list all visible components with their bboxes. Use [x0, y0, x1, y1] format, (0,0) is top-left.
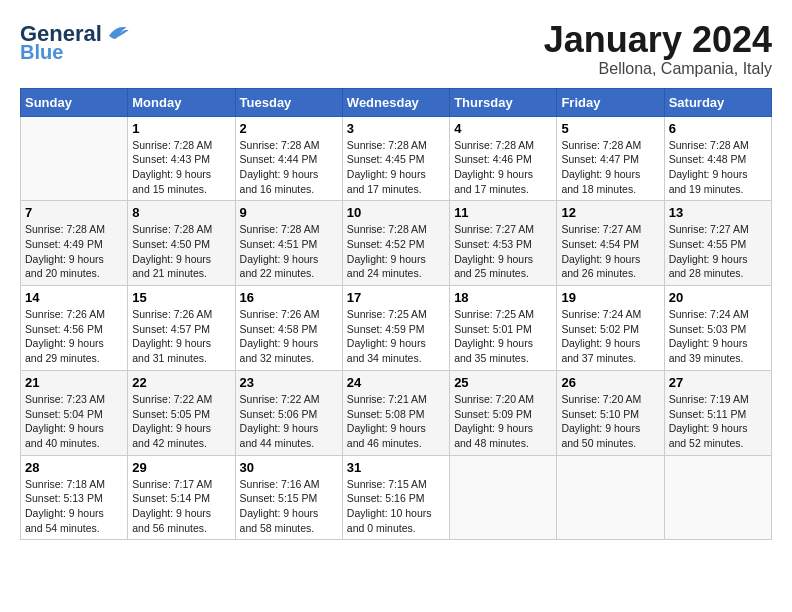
day-number: 14: [25, 290, 123, 305]
logo-blue: Blue: [20, 42, 63, 62]
day-info: Sunrise: 7:28 AMSunset: 4:44 PMDaylight:…: [240, 138, 338, 197]
day-info: Sunrise: 7:28 AMSunset: 4:50 PMDaylight:…: [132, 222, 230, 281]
day-info: Sunrise: 7:22 AMSunset: 5:06 PMDaylight:…: [240, 392, 338, 451]
calendar-cell: 9Sunrise: 7:28 AMSunset: 4:51 PMDaylight…: [235, 201, 342, 286]
day-info: Sunrise: 7:17 AMSunset: 5:14 PMDaylight:…: [132, 477, 230, 536]
day-info: Sunrise: 7:24 AMSunset: 5:02 PMDaylight:…: [561, 307, 659, 366]
calendar-cell: 31Sunrise: 7:15 AMSunset: 5:16 PMDayligh…: [342, 455, 449, 540]
weekday-header-thursday: Thursday: [450, 88, 557, 116]
day-info: Sunrise: 7:28 AMSunset: 4:49 PMDaylight:…: [25, 222, 123, 281]
day-number: 30: [240, 460, 338, 475]
day-number: 6: [669, 121, 767, 136]
day-number: 13: [669, 205, 767, 220]
day-info: Sunrise: 7:20 AMSunset: 5:10 PMDaylight:…: [561, 392, 659, 451]
calendar-cell: 16Sunrise: 7:26 AMSunset: 4:58 PMDayligh…: [235, 286, 342, 371]
day-number: 18: [454, 290, 552, 305]
calendar-cell: 4Sunrise: 7:28 AMSunset: 4:46 PMDaylight…: [450, 116, 557, 201]
calendar-cell: [664, 455, 771, 540]
calendar-cell: 19Sunrise: 7:24 AMSunset: 5:02 PMDayligh…: [557, 286, 664, 371]
calendar-cell: 17Sunrise: 7:25 AMSunset: 4:59 PMDayligh…: [342, 286, 449, 371]
day-number: 9: [240, 205, 338, 220]
calendar-cell: 27Sunrise: 7:19 AMSunset: 5:11 PMDayligh…: [664, 370, 771, 455]
weekday-header-wednesday: Wednesday: [342, 88, 449, 116]
week-row-4: 21Sunrise: 7:23 AMSunset: 5:04 PMDayligh…: [21, 370, 772, 455]
day-number: 4: [454, 121, 552, 136]
calendar-cell: 3Sunrise: 7:28 AMSunset: 4:45 PMDaylight…: [342, 116, 449, 201]
day-number: 15: [132, 290, 230, 305]
day-number: 11: [454, 205, 552, 220]
calendar-cell: 22Sunrise: 7:22 AMSunset: 5:05 PMDayligh…: [128, 370, 235, 455]
day-number: 26: [561, 375, 659, 390]
day-info: Sunrise: 7:28 AMSunset: 4:43 PMDaylight:…: [132, 138, 230, 197]
logo: General Blue: [20, 20, 130, 62]
day-number: 27: [669, 375, 767, 390]
week-row-2: 7Sunrise: 7:28 AMSunset: 4:49 PMDaylight…: [21, 201, 772, 286]
day-info: Sunrise: 7:28 AMSunset: 4:52 PMDaylight:…: [347, 222, 445, 281]
day-number: 29: [132, 460, 230, 475]
day-info: Sunrise: 7:27 AMSunset: 4:53 PMDaylight:…: [454, 222, 552, 281]
day-number: 31: [347, 460, 445, 475]
day-info: Sunrise: 7:26 AMSunset: 4:58 PMDaylight:…: [240, 307, 338, 366]
day-info: Sunrise: 7:25 AMSunset: 5:01 PMDaylight:…: [454, 307, 552, 366]
weekday-header-friday: Friday: [557, 88, 664, 116]
day-number: 2: [240, 121, 338, 136]
day-info: Sunrise: 7:19 AMSunset: 5:11 PMDaylight:…: [669, 392, 767, 451]
calendar-cell: 25Sunrise: 7:20 AMSunset: 5:09 PMDayligh…: [450, 370, 557, 455]
calendar-cell: 26Sunrise: 7:20 AMSunset: 5:10 PMDayligh…: [557, 370, 664, 455]
calendar-cell: 2Sunrise: 7:28 AMSunset: 4:44 PMDaylight…: [235, 116, 342, 201]
calendar-table: SundayMondayTuesdayWednesdayThursdayFrid…: [20, 88, 772, 541]
day-info: Sunrise: 7:21 AMSunset: 5:08 PMDaylight:…: [347, 392, 445, 451]
day-info: Sunrise: 7:18 AMSunset: 5:13 PMDaylight:…: [25, 477, 123, 536]
calendar-cell: 23Sunrise: 7:22 AMSunset: 5:06 PMDayligh…: [235, 370, 342, 455]
calendar-cell: 18Sunrise: 7:25 AMSunset: 5:01 PMDayligh…: [450, 286, 557, 371]
calendar-cell: 21Sunrise: 7:23 AMSunset: 5:04 PMDayligh…: [21, 370, 128, 455]
title-block: January 2024 Bellona, Campania, Italy: [544, 20, 772, 78]
weekday-header-monday: Monday: [128, 88, 235, 116]
day-info: Sunrise: 7:25 AMSunset: 4:59 PMDaylight:…: [347, 307, 445, 366]
day-number: 10: [347, 205, 445, 220]
weekday-header-sunday: Sunday: [21, 88, 128, 116]
calendar-cell: 20Sunrise: 7:24 AMSunset: 5:03 PMDayligh…: [664, 286, 771, 371]
day-number: 28: [25, 460, 123, 475]
calendar-cell: 5Sunrise: 7:28 AMSunset: 4:47 PMDaylight…: [557, 116, 664, 201]
week-row-3: 14Sunrise: 7:26 AMSunset: 4:56 PMDayligh…: [21, 286, 772, 371]
day-info: Sunrise: 7:28 AMSunset: 4:46 PMDaylight:…: [454, 138, 552, 197]
calendar-cell: [21, 116, 128, 201]
calendar-cell: 24Sunrise: 7:21 AMSunset: 5:08 PMDayligh…: [342, 370, 449, 455]
day-info: Sunrise: 7:26 AMSunset: 4:56 PMDaylight:…: [25, 307, 123, 366]
month-title: January 2024: [544, 20, 772, 60]
page-header: General Blue January 2024 Bellona, Campa…: [20, 20, 772, 78]
day-info: Sunrise: 7:16 AMSunset: 5:15 PMDaylight:…: [240, 477, 338, 536]
weekday-header-row: SundayMondayTuesdayWednesdayThursdayFrid…: [21, 88, 772, 116]
day-info: Sunrise: 7:28 AMSunset: 4:45 PMDaylight:…: [347, 138, 445, 197]
calendar-cell: [450, 455, 557, 540]
day-number: 1: [132, 121, 230, 136]
day-info: Sunrise: 7:20 AMSunset: 5:09 PMDaylight:…: [454, 392, 552, 451]
calendar-cell: 8Sunrise: 7:28 AMSunset: 4:50 PMDaylight…: [128, 201, 235, 286]
week-row-5: 28Sunrise: 7:18 AMSunset: 5:13 PMDayligh…: [21, 455, 772, 540]
day-info: Sunrise: 7:26 AMSunset: 4:57 PMDaylight:…: [132, 307, 230, 366]
calendar-cell: [557, 455, 664, 540]
day-info: Sunrise: 7:23 AMSunset: 5:04 PMDaylight:…: [25, 392, 123, 451]
day-number: 23: [240, 375, 338, 390]
day-number: 17: [347, 290, 445, 305]
day-info: Sunrise: 7:27 AMSunset: 4:54 PMDaylight:…: [561, 222, 659, 281]
day-number: 19: [561, 290, 659, 305]
location-title: Bellona, Campania, Italy: [544, 60, 772, 78]
day-number: 8: [132, 205, 230, 220]
day-info: Sunrise: 7:27 AMSunset: 4:55 PMDaylight:…: [669, 222, 767, 281]
week-row-1: 1Sunrise: 7:28 AMSunset: 4:43 PMDaylight…: [21, 116, 772, 201]
calendar-cell: 6Sunrise: 7:28 AMSunset: 4:48 PMDaylight…: [664, 116, 771, 201]
logo-bird-icon: [102, 20, 130, 48]
calendar-cell: 28Sunrise: 7:18 AMSunset: 5:13 PMDayligh…: [21, 455, 128, 540]
calendar-cell: 15Sunrise: 7:26 AMSunset: 4:57 PMDayligh…: [128, 286, 235, 371]
weekday-header-tuesday: Tuesday: [235, 88, 342, 116]
day-info: Sunrise: 7:24 AMSunset: 5:03 PMDaylight:…: [669, 307, 767, 366]
weekday-header-saturday: Saturday: [664, 88, 771, 116]
day-number: 25: [454, 375, 552, 390]
day-number: 7: [25, 205, 123, 220]
day-number: 3: [347, 121, 445, 136]
day-number: 21: [25, 375, 123, 390]
day-info: Sunrise: 7:15 AMSunset: 5:16 PMDaylight:…: [347, 477, 445, 536]
day-number: 5: [561, 121, 659, 136]
